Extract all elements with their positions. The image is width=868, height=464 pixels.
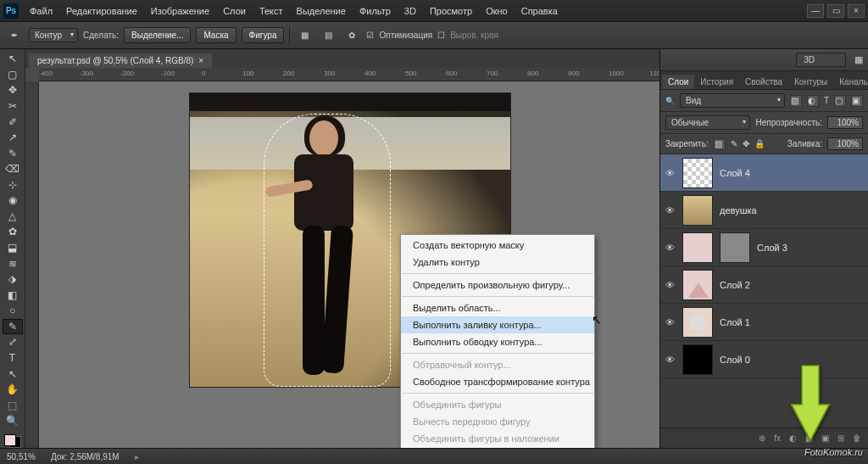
layer-name[interactable]: Слой 0 [720,355,750,365]
filter-smart-icon[interactable]: ▣ [851,95,863,107]
layer-thumb[interactable] [682,195,713,226]
layer-name[interactable]: Слой 2 [720,280,750,290]
tool-4[interactable]: ✐ [3,114,23,130]
canvas[interactable]: Создать векторную маскуУдалить контурОпр… [39,81,659,448]
ctx-item[interactable]: Выделить область... [401,299,594,316]
layer-action-icon[interactable]: 🗑 [853,433,861,443]
layer-row[interactable]: 👁девушка [660,192,868,229]
tool-16[interactable]: ○ [3,303,23,319]
path-mode-select[interactable]: Контур [29,28,78,42]
menu-3D[interactable]: 3D [398,3,422,19]
visibility-icon[interactable]: 👁 [664,243,676,253]
make-mask-button[interactable]: Маска [196,27,236,43]
lock-move-icon[interactable]: ✥ [743,139,749,148]
menu-Фильтр[interactable]: Фильтр [353,3,397,19]
layer-thumb[interactable] [682,307,713,338]
panel-tab-Свойства[interactable]: Свойства [739,75,788,89]
tool-0[interactable]: ↖ [3,51,23,67]
layer-row[interactable]: 👁Слой 2 [660,266,868,304]
view-mode-select[interactable]: 3D [796,53,846,67]
layer-name[interactable]: девушка [720,205,757,215]
layer-name[interactable]: Слой 3 [757,243,787,253]
close-button[interactable]: × [848,4,865,18]
panel-tab-История[interactable]: История [694,75,739,89]
filter-img-icon[interactable]: ▨ [790,95,802,107]
zoom-level[interactable]: 50,51% [7,452,36,461]
ctx-item[interactable]: Выполнить заливку контура... [401,316,594,333]
layer-row[interactable]: 👁Слой 1 [660,304,868,341]
lock-all-icon[interactable]: 🔒 [754,139,765,148]
layer-mask-thumb[interactable] [720,232,750,263]
align-icon-2[interactable]: ▤ [319,26,337,45]
tool-12[interactable]: ⬓ [3,240,23,256]
menu-Окно[interactable]: Окно [480,3,514,19]
ctx-item[interactable]: Свободное трансформирование контура [401,373,594,390]
layer-thumb[interactable] [682,344,713,375]
menu-Справка[interactable]: Справка [515,3,564,19]
panel-tab-Слои[interactable]: Слои [662,75,694,89]
layer-action-icon[interactable]: ⊕ [759,433,765,443]
filter-select[interactable]: Вид [680,93,785,108]
make-shape-button[interactable]: Фигура [242,27,285,43]
fill-field[interactable]: 100% [827,137,863,150]
menu-Просмотр[interactable]: Просмотр [424,3,478,19]
layer-thumb[interactable] [682,158,713,188]
tool-7[interactable]: ⌫ [3,161,23,177]
layer-row[interactable]: 👁Слой 3 [660,229,868,266]
layer-thumb[interactable] [682,270,713,300]
panel-tab-Каналы[interactable]: Каналы [833,75,868,89]
layer-thumb[interactable] [682,232,713,263]
tool-17[interactable]: ✎ [3,319,23,335]
ctx-item[interactable]: Создать векторную маску [401,237,594,254]
tool-8[interactable]: ⊹ [3,177,23,193]
rubber-checkbox[interactable]: ☐ [437,31,445,40]
document-tab[interactable]: результат.psd @ 50,5% (Слой 4, RGB/8) × [29,53,212,68]
tool-6[interactable]: ✎ [3,145,23,161]
tool-13[interactable]: ≋ [3,255,23,271]
tool-5[interactable]: ↗ [3,130,23,146]
tool-10[interactable]: △ [3,209,23,225]
panel-tab-Контуры[interactable]: Контуры [788,75,833,89]
menu-Изображение[interactable]: Изображение [145,3,215,19]
opacity-field[interactable]: 100% [827,116,863,129]
visibility-icon[interactable]: 👁 [664,355,676,365]
blend-mode-select[interactable]: Обычные [665,115,750,130]
align-icon[interactable]: ▦ [295,26,314,45]
tool-21[interactable]: ✋ [3,382,23,398]
ctx-item[interactable]: Удалить контур [401,254,594,271]
visibility-icon[interactable]: 👁 [664,317,676,327]
menu-Слои[interactable]: Слои [217,3,252,19]
minimize-button[interactable]: — [807,4,824,18]
layer-name[interactable]: Слой 1 [720,317,750,327]
tool-11[interactable]: ✿ [3,224,23,240]
filter-type-icon[interactable]: T [824,96,829,105]
menu-Файл[interactable]: Файл [24,3,58,19]
filter-shape-icon[interactable]: ▢ [834,95,846,107]
tab-close-icon[interactable]: × [198,56,203,65]
tool-22[interactable]: ⬚ [3,397,23,413]
optim-checkbox[interactable]: ☑ [366,31,374,40]
tool-2[interactable]: ✥ [3,82,23,98]
tool-3[interactable]: ✂ [3,98,23,115]
tool-9[interactable]: ◉ [3,193,23,209]
maximize-button[interactable]: ▭ [827,4,844,18]
visibility-icon[interactable]: 👁 [664,205,676,215]
visibility-icon[interactable]: 👁 [664,280,676,290]
filter-adj-icon[interactable]: ◐ [807,95,819,107]
visibility-icon[interactable]: 👁 [664,168,676,178]
menu-Текст[interactable]: Текст [253,3,289,19]
menu-Редактирование[interactable]: Редактирование [60,3,143,19]
tool-20[interactable]: ↖ [3,366,23,382]
menu-Выделение[interactable]: Выделение [291,3,352,19]
make-selection-button[interactable]: Выделение... [124,27,191,43]
tool-18[interactable]: ⤢ [3,334,23,350]
color-swatch[interactable] [4,434,21,449]
ctx-item[interactable]: Определить произвольную фигуру... [401,277,594,293]
lock-pixels-icon[interactable]: ▨ [714,138,726,150]
tool-19[interactable]: T [3,350,23,366]
tool-23[interactable]: 🔍 [3,413,23,429]
tool-15[interactable]: ◧ [3,287,23,303]
layer-name[interactable]: Слой 4 [720,168,750,178]
tool-1[interactable]: ▢ [3,67,23,83]
ctx-item[interactable]: Выполнить обводку контура... [401,333,594,350]
